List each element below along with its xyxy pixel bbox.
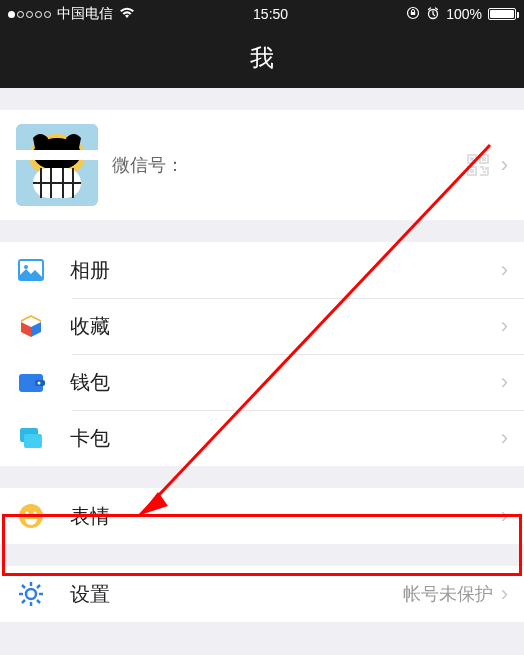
row-label: 相册 (70, 257, 110, 284)
chevron-right-icon: › (501, 425, 508, 451)
svg-point-29 (26, 589, 36, 599)
wechat-id-label: 微信号： (112, 155, 184, 175)
svg-line-37 (37, 585, 40, 588)
row-label: 表情 (70, 503, 110, 530)
menu-group-main: 相册 › 收藏 › 钱包 › 卡包 › (0, 242, 524, 466)
svg-rect-16 (471, 158, 473, 160)
row-label: 设置 (70, 581, 110, 608)
row-label: 收藏 (70, 313, 110, 340)
status-bar: 中国电信 15:50 100% (0, 0, 524, 28)
row-settings[interactable]: 设置 帐号未保护 › (0, 566, 524, 622)
wallet-icon (16, 367, 46, 397)
chevron-right-icon: › (501, 313, 508, 339)
svg-rect-1 (411, 12, 415, 15)
row-album[interactable]: 相册 › (0, 242, 524, 298)
wifi-icon (119, 6, 135, 22)
row-label: 钱包 (70, 369, 110, 396)
carrier-label: 中国电信 (57, 5, 113, 23)
svg-point-23 (38, 382, 41, 385)
menu-group-stickers: 表情 › (0, 488, 524, 544)
profile-card[interactable]: 微信号： › (0, 110, 524, 220)
orientation-lock-icon (406, 6, 420, 23)
menu-group-settings: 设置 帐号未保护 › (0, 566, 524, 622)
row-stickers[interactable]: 表情 › (0, 488, 524, 544)
smiley-icon (16, 501, 46, 531)
cards-icon (16, 423, 46, 453)
svg-point-20 (24, 265, 28, 269)
svg-line-36 (22, 600, 25, 603)
svg-rect-17 (483, 158, 485, 160)
clock: 15:50 (253, 6, 288, 22)
photo-icon (16, 255, 46, 285)
row-cards[interactable]: 卡包 › (0, 410, 524, 466)
chevron-right-icon: › (501, 369, 508, 395)
chevron-right-icon: › (501, 257, 508, 283)
row-favorites[interactable]: 收藏 › (0, 298, 524, 354)
chevron-right-icon: › (501, 152, 508, 178)
page-title: 我 (250, 42, 274, 74)
chevron-right-icon: › (501, 503, 508, 529)
cube-icon (16, 311, 46, 341)
alarm-icon (426, 6, 440, 23)
row-label: 卡包 (70, 425, 110, 452)
nav-bar: 我 (0, 28, 524, 88)
avatar (16, 124, 98, 206)
settings-note: 帐号未保护 (403, 582, 493, 606)
svg-rect-6 (16, 150, 98, 160)
battery-pct: 100% (446, 6, 482, 22)
chevron-right-icon: › (501, 581, 508, 607)
svg-point-27 (25, 511, 28, 514)
qr-code-icon[interactable] (465, 152, 491, 178)
svg-rect-25 (24, 434, 42, 448)
svg-rect-18 (471, 170, 473, 172)
svg-line-34 (22, 585, 25, 588)
battery-icon (488, 8, 516, 20)
signal-dots-icon (8, 11, 51, 18)
gear-icon (16, 579, 46, 609)
row-wallet[interactable]: 钱包 › (0, 354, 524, 410)
svg-line-35 (37, 600, 40, 603)
svg-point-28 (33, 511, 36, 514)
